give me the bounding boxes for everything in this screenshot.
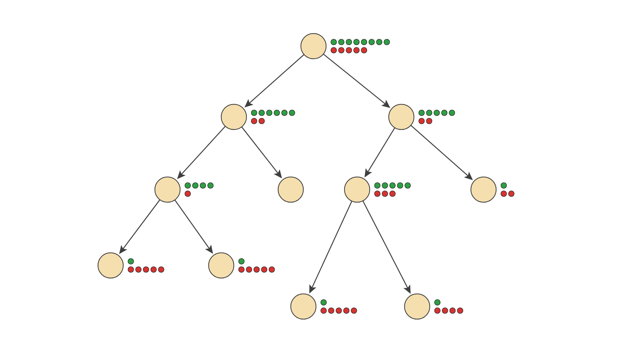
green-dot (405, 183, 411, 188)
tree-node (155, 177, 180, 202)
red-dot (239, 267, 244, 272)
tree-node (221, 104, 247, 130)
tree-edge (120, 200, 160, 253)
tree-node (278, 177, 303, 202)
red-dot (450, 308, 455, 313)
green-dot (346, 39, 352, 45)
green-dot (128, 258, 134, 264)
nodes-layer (98, 33, 496, 319)
green-dot (435, 300, 440, 305)
tree-edge (245, 55, 304, 107)
red-dot (254, 267, 259, 272)
red-dot (390, 191, 395, 197)
green-dot (192, 183, 198, 188)
green-dot (374, 183, 380, 188)
tree-edge (411, 125, 472, 180)
green-dot (251, 110, 257, 116)
tree-diagram (0, 0, 627, 364)
red-dot (426, 118, 432, 124)
red-dot (269, 267, 275, 272)
tree-edge (323, 54, 389, 107)
red-dot (457, 308, 463, 313)
red-dot (361, 47, 367, 53)
tree-edge (178, 126, 225, 179)
green-dot (289, 110, 295, 116)
green-dot (449, 110, 455, 116)
red-dot (435, 308, 440, 313)
green-dot (441, 110, 447, 116)
green-dot (338, 39, 344, 45)
green-dot (382, 183, 388, 188)
green-dot (361, 39, 367, 45)
red-dot (354, 47, 359, 53)
green-dot (376, 39, 382, 45)
green-dot (274, 110, 280, 116)
red-dot (321, 308, 326, 313)
red-dot (185, 191, 191, 197)
tree-edge (365, 128, 395, 177)
red-dot (382, 191, 388, 197)
tree-node (291, 294, 316, 319)
red-dot (508, 191, 514, 197)
green-dot (259, 110, 265, 116)
green-dot (282, 110, 287, 116)
green-dot (434, 110, 440, 116)
red-dot (261, 267, 267, 272)
tree-node (389, 104, 414, 130)
red-dot (346, 47, 352, 53)
dots-layer (128, 39, 514, 313)
red-dot (344, 308, 349, 313)
green-dot (239, 258, 244, 264)
red-dot (259, 118, 265, 124)
red-dot (328, 308, 334, 313)
tree-edge (242, 127, 282, 178)
green-dot (501, 183, 507, 188)
red-dot (251, 118, 257, 124)
green-dot (426, 110, 432, 116)
red-dot (128, 267, 134, 272)
tree-edge (310, 201, 352, 293)
red-dot (501, 191, 507, 197)
red-dot (351, 308, 357, 313)
green-dot (331, 39, 337, 45)
red-dot (143, 267, 149, 272)
red-dot (158, 267, 164, 272)
tree-edge (175, 200, 212, 253)
red-dot (419, 118, 424, 124)
tree-node (301, 33, 326, 59)
red-dot (374, 191, 380, 197)
tree-edge (363, 201, 410, 293)
red-dot (338, 47, 344, 53)
green-dot (321, 300, 326, 305)
green-dot (397, 183, 403, 188)
tree-node (471, 177, 496, 202)
red-dot (331, 47, 337, 53)
red-dot (246, 267, 252, 272)
red-dot (442, 308, 448, 313)
green-dot (208, 183, 213, 188)
tree-node (209, 253, 234, 278)
green-dot (419, 110, 424, 116)
green-dot (369, 39, 374, 45)
green-dot (354, 39, 359, 45)
edges-layer (120, 54, 472, 293)
green-dot (185, 183, 191, 188)
tree-node (98, 253, 123, 278)
red-dot (136, 267, 141, 272)
tree-node (405, 294, 430, 319)
green-dot (200, 183, 206, 188)
red-dot (151, 267, 156, 272)
green-dot (384, 39, 390, 45)
green-dot (266, 110, 272, 116)
green-dot (390, 183, 395, 188)
red-dot (336, 308, 342, 313)
tree-node (344, 177, 370, 202)
